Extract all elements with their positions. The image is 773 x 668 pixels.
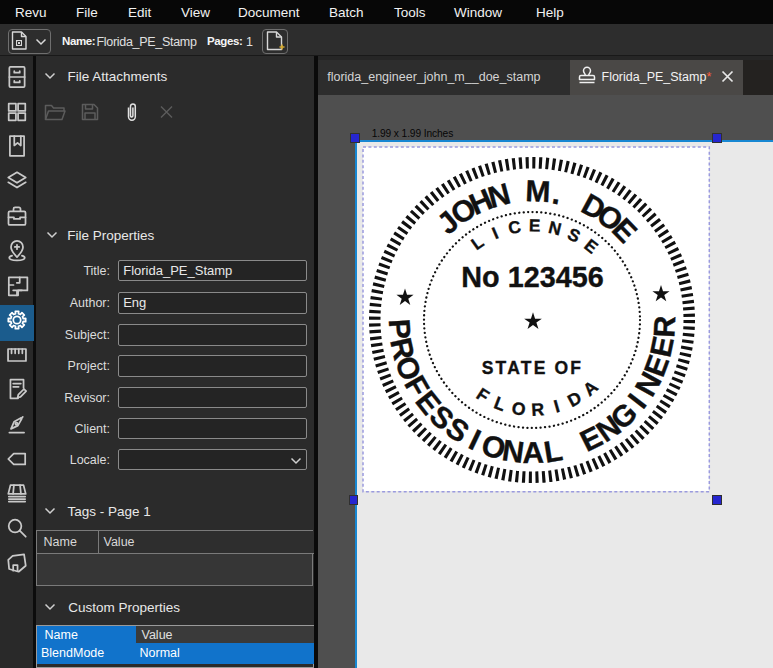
svg-text:L: L <box>491 393 508 416</box>
svg-text:R: R <box>647 315 681 339</box>
svg-text:C: C <box>507 216 523 238</box>
svg-text:S: S <box>564 224 583 247</box>
svg-text:E: E <box>580 235 601 258</box>
svg-text:.: . <box>550 176 565 210</box>
svg-text:L: L <box>541 433 564 468</box>
svg-text:N: N <box>546 217 563 239</box>
svg-text:STATE OF: STATE OF <box>482 358 584 378</box>
svg-text:O: O <box>510 398 527 420</box>
svg-text:L: L <box>467 232 487 254</box>
svg-text:I: I <box>552 396 562 417</box>
svg-text:A: A <box>579 376 602 400</box>
svg-text:R: R <box>531 399 545 420</box>
svg-text:No 123456: No 123456 <box>461 261 603 293</box>
svg-text:D: D <box>564 387 585 411</box>
svg-text:A: A <box>522 436 544 469</box>
svg-text:M: M <box>525 174 551 208</box>
svg-text:E: E <box>529 215 541 235</box>
svg-text:I: I <box>489 223 501 243</box>
svg-text:F: F <box>473 384 493 407</box>
